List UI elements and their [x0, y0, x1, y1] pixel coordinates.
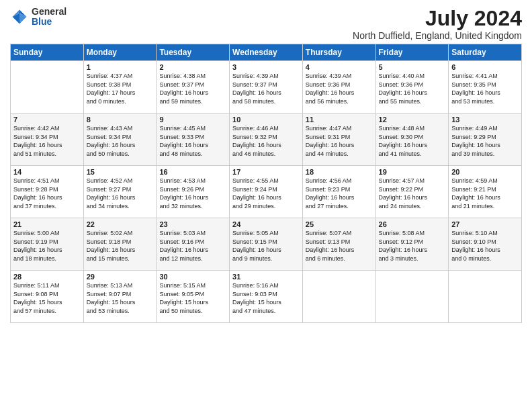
- calendar-cell: [375, 271, 449, 323]
- day-number: 29: [87, 273, 154, 281]
- day-info: Sunrise: 5:16 AMSunset: 9:03 PMDaylight:…: [232, 281, 300, 315]
- calendar-week-row: 7Sunrise: 4:42 AMSunset: 9:34 PMDaylight…: [11, 113, 522, 166]
- calendar-cell: 5Sunrise: 4:40 AMSunset: 9:36 PMDaylight…: [375, 61, 449, 113]
- day-info: Sunrise: 4:49 AMSunset: 9:29 PMDaylight:…: [451, 124, 519, 158]
- calendar-cell: 4Sunrise: 4:39 AMSunset: 9:36 PMDaylight…: [302, 61, 375, 113]
- calendar-cell: 13Sunrise: 4:49 AMSunset: 9:29 PMDayligh…: [449, 113, 522, 166]
- day-info: Sunrise: 4:38 AMSunset: 9:37 PMDaylight:…: [159, 72, 226, 105]
- day-number: 4: [306, 63, 373, 71]
- calendar-cell: 17Sunrise: 4:55 AMSunset: 9:24 PMDayligh…: [230, 166, 303, 218]
- day-number: 21: [13, 220, 81, 228]
- day-info: Sunrise: 4:53 AMSunset: 9:26 PMDaylight:…: [159, 177, 226, 210]
- day-info: Sunrise: 5:07 AMSunset: 9:13 PMDaylight:…: [306, 229, 373, 263]
- day-info: Sunrise: 5:08 AMSunset: 9:12 PMDaylight:…: [379, 229, 446, 263]
- day-info: Sunrise: 4:37 AMSunset: 9:38 PMDaylight:…: [87, 72, 154, 105]
- calendar-cell: 30Sunrise: 5:15 AMSunset: 9:05 PMDayligh…: [157, 271, 230, 323]
- title-block: July 2024 North Duffield, England, Unite…: [353, 7, 522, 41]
- day-number: 31: [232, 273, 300, 281]
- calendar-cell: 24Sunrise: 5:05 AMSunset: 9:15 PMDayligh…: [230, 218, 303, 271]
- calendar-cell: 12Sunrise: 4:48 AMSunset: 9:30 PMDayligh…: [375, 113, 449, 166]
- day-info: Sunrise: 5:15 AMSunset: 9:05 PMDaylight:…: [159, 281, 226, 315]
- calendar-cell: [449, 271, 522, 323]
- day-number: 3: [232, 63, 300, 71]
- day-info: Sunrise: 4:46 AMSunset: 9:32 PMDaylight:…: [232, 124, 300, 158]
- calendar-cell: 19Sunrise: 4:57 AMSunset: 9:22 PMDayligh…: [375, 166, 449, 218]
- day-info: Sunrise: 4:47 AMSunset: 9:31 PMDaylight:…: [306, 124, 373, 158]
- day-info: Sunrise: 4:55 AMSunset: 9:24 PMDaylight:…: [232, 177, 300, 210]
- calendar-cell: 10Sunrise: 4:46 AMSunset: 9:32 PMDayligh…: [230, 113, 303, 166]
- calendar-cell: 1Sunrise: 4:37 AMSunset: 9:38 PMDaylight…: [83, 61, 157, 113]
- day-number: 25: [306, 220, 373, 228]
- day-number: 13: [451, 116, 519, 124]
- day-number: 17: [232, 168, 300, 176]
- calendar-cell: 23Sunrise: 5:03 AMSunset: 9:16 PMDayligh…: [157, 218, 230, 271]
- day-info: Sunrise: 4:41 AMSunset: 9:35 PMDaylight:…: [451, 72, 519, 105]
- calendar-cell: 3Sunrise: 4:39 AMSunset: 9:37 PMDaylight…: [230, 61, 303, 113]
- calendar-cell: 31Sunrise: 5:16 AMSunset: 9:03 PMDayligh…: [230, 271, 303, 323]
- column-header-thursday: Thursday: [302, 44, 375, 61]
- day-number: 16: [159, 168, 226, 176]
- calendar-cell: 26Sunrise: 5:08 AMSunset: 9:12 PMDayligh…: [375, 218, 449, 271]
- day-number: 30: [159, 273, 226, 281]
- day-number: 2: [159, 63, 226, 71]
- day-number: 28: [13, 273, 81, 281]
- day-info: Sunrise: 4:48 AMSunset: 9:30 PMDaylight:…: [379, 124, 446, 158]
- day-info: Sunrise: 4:40 AMSunset: 9:36 PMDaylight:…: [379, 72, 446, 105]
- calendar-cell: 28Sunrise: 5:11 AMSunset: 9:08 PMDayligh…: [11, 271, 84, 323]
- day-info: Sunrise: 5:13 AMSunset: 9:07 PMDaylight:…: [87, 281, 154, 315]
- calendar-cell: 27Sunrise: 5:10 AMSunset: 9:10 PMDayligh…: [449, 218, 522, 271]
- day-info: Sunrise: 4:45 AMSunset: 9:33 PMDaylight:…: [159, 124, 226, 158]
- column-header-friday: Friday: [375, 44, 449, 61]
- logo-general: General: [32, 7, 66, 17]
- column-header-saturday: Saturday: [449, 44, 522, 61]
- day-info: Sunrise: 4:51 AMSunset: 9:28 PMDaylight:…: [13, 177, 81, 210]
- calendar-week-row: 28Sunrise: 5:11 AMSunset: 9:08 PMDayligh…: [11, 271, 522, 323]
- day-number: 9: [159, 116, 226, 124]
- day-number: 24: [232, 220, 300, 228]
- day-info: Sunrise: 5:03 AMSunset: 9:16 PMDaylight:…: [159, 229, 226, 263]
- day-number: 14: [13, 168, 81, 176]
- calendar-week-row: 14Sunrise: 4:51 AMSunset: 9:28 PMDayligh…: [11, 166, 522, 218]
- calendar-cell: 14Sunrise: 4:51 AMSunset: 9:28 PMDayligh…: [11, 166, 84, 218]
- logo-icon: [10, 7, 29, 26]
- column-header-wednesday: Wednesday: [230, 44, 303, 61]
- calendar-cell: 25Sunrise: 5:07 AMSunset: 9:13 PMDayligh…: [302, 218, 375, 271]
- day-info: Sunrise: 4:56 AMSunset: 9:23 PMDaylight:…: [306, 177, 373, 210]
- day-number: 19: [379, 168, 446, 176]
- day-number: 10: [232, 116, 300, 124]
- day-number: 15: [87, 168, 154, 176]
- day-number: 20: [451, 168, 519, 176]
- logo-text: General Blue: [32, 7, 66, 28]
- day-info: Sunrise: 5:11 AMSunset: 9:08 PMDaylight:…: [13, 281, 81, 315]
- calendar-cell: 6Sunrise: 4:41 AMSunset: 9:35 PMDaylight…: [449, 61, 522, 113]
- day-number: 12: [379, 116, 446, 124]
- day-number: 5: [379, 63, 446, 71]
- logo-blue: Blue: [32, 17, 66, 27]
- day-info: Sunrise: 4:57 AMSunset: 9:22 PMDaylight:…: [379, 177, 446, 210]
- calendar-cell: 22Sunrise: 5:02 AMSunset: 9:18 PMDayligh…: [83, 218, 157, 271]
- calendar-cell: 9Sunrise: 4:45 AMSunset: 9:33 PMDaylight…: [157, 113, 230, 166]
- calendar-cell: 11Sunrise: 4:47 AMSunset: 9:31 PMDayligh…: [302, 113, 375, 166]
- calendar-cell: [11, 61, 84, 113]
- day-info: Sunrise: 5:10 AMSunset: 9:10 PMDaylight:…: [451, 229, 519, 263]
- calendar-cell: 16Sunrise: 4:53 AMSunset: 9:26 PMDayligh…: [157, 166, 230, 218]
- day-number: 11: [306, 116, 373, 124]
- day-number: 7: [13, 116, 81, 124]
- calendar-week-row: 21Sunrise: 5:00 AMSunset: 9:19 PMDayligh…: [11, 218, 522, 271]
- calendar-cell: 7Sunrise: 4:42 AMSunset: 9:34 PMDaylight…: [11, 113, 84, 166]
- day-info: Sunrise: 4:59 AMSunset: 9:21 PMDaylight:…: [451, 177, 519, 210]
- calendar-header-row: SundayMondayTuesdayWednesdayThursdayFrid…: [11, 44, 522, 61]
- day-number: 8: [87, 116, 154, 124]
- day-info: Sunrise: 4:39 AMSunset: 9:36 PMDaylight:…: [306, 72, 373, 105]
- day-number: 22: [87, 220, 154, 228]
- day-info: Sunrise: 4:39 AMSunset: 9:37 PMDaylight:…: [232, 72, 300, 105]
- calendar-cell: 20Sunrise: 4:59 AMSunset: 9:21 PMDayligh…: [449, 166, 522, 218]
- location-subtitle: North Duffield, England, United Kingdom: [353, 30, 522, 41]
- column-header-sunday: Sunday: [11, 44, 84, 61]
- day-info: Sunrise: 5:05 AMSunset: 9:15 PMDaylight:…: [232, 229, 300, 263]
- calendar-cell: 8Sunrise: 4:43 AMSunset: 9:34 PMDaylight…: [83, 113, 157, 166]
- calendar-cell: 29Sunrise: 5:13 AMSunset: 9:07 PMDayligh…: [83, 271, 157, 323]
- calendar-cell: 2Sunrise: 4:38 AMSunset: 9:37 PMDaylight…: [157, 61, 230, 113]
- calendar-cell: 21Sunrise: 5:00 AMSunset: 9:19 PMDayligh…: [11, 218, 84, 271]
- month-year-title: July 2024: [353, 7, 522, 30]
